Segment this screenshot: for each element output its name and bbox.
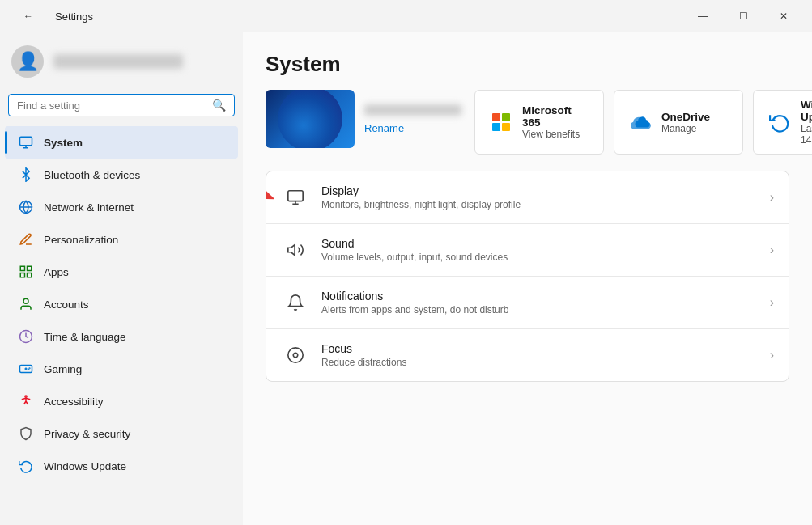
network-icon <box>18 199 34 215</box>
settings-item-sound[interactable]: Sound Volume levels, output, input, soun… <box>266 224 789 277</box>
sidebar-item-label-personalization: Personalization <box>44 234 118 246</box>
display-title: Display <box>321 184 770 197</box>
onedrive-title: OneDrive <box>661 111 710 123</box>
apps-icon <box>18 264 34 280</box>
svg-point-16 <box>25 396 27 397</box>
winupdate-text: Windows Update Last checked: 14 minutes … <box>801 99 812 146</box>
focus-chevron: › <box>770 348 774 362</box>
sidebar-item-privacy[interactable]: Privacy & security <box>5 417 238 450</box>
sidebar-item-label-update: Windows Update <box>44 460 126 472</box>
winupdate-title: Windows Update <box>801 99 812 123</box>
notifications-chevron: › <box>770 295 774 310</box>
sound-chevron: › <box>770 243 774 257</box>
sidebar: 👤 🔍 System <box>0 32 243 525</box>
personalization-icon <box>18 231 34 248</box>
settings-item-display[interactable]: Display Monitors, brightness, night ligh… <box>266 171 789 224</box>
settings-list: Display Monitors, brightness, night ligh… <box>266 171 789 382</box>
sidebar-item-label-apps: Apps <box>44 266 69 278</box>
svg-point-15 <box>28 369 29 370</box>
back-icon: ← <box>23 11 33 22</box>
device-name-area: Rename <box>364 104 461 134</box>
main-layout: 👤 🔍 System <box>0 32 812 525</box>
app-title: Settings <box>55 11 93 23</box>
notifications-desc: Alerts from apps and system, do not dist… <box>321 304 770 315</box>
search-icon: 🔍 <box>212 99 226 112</box>
sidebar-item-network[interactable]: Network & internet <box>5 191 238 223</box>
focus-text: Focus Reduce distractions <box>321 342 770 368</box>
notifications-icon <box>281 288 310 317</box>
focus-title: Focus <box>321 342 770 355</box>
user-profile[interactable]: 👤 <box>0 32 243 91</box>
sidebar-item-gaming[interactable]: Gaming <box>5 353 238 385</box>
system-icon <box>18 134 34 150</box>
svg-rect-0 <box>20 137 32 146</box>
sidebar-item-label-gaming: Gaming <box>44 363 82 375</box>
ms365-icon <box>488 109 514 135</box>
rename-link[interactable]: Rename <box>364 122 461 134</box>
device-thumbnail-design <box>278 90 342 148</box>
sound-title: Sound <box>321 237 770 250</box>
device-name-blur <box>364 104 461 116</box>
notifications-title: Notifications <box>321 290 770 303</box>
avatar-icon: 👤 <box>17 51 39 72</box>
sidebar-item-update[interactable]: Windows Update <box>5 450 238 482</box>
onedrive-card[interactable]: OneDrive Manage <box>614 90 743 155</box>
svg-rect-6 <box>28 266 32 270</box>
sidebar-item-label-network: Network & internet <box>44 201 134 214</box>
accounts-icon <box>18 296 34 312</box>
search-box[interactable]: 🔍 <box>8 94 235 116</box>
minimize-button[interactable]: — <box>684 3 721 29</box>
time-icon <box>18 328 34 345</box>
accessibility-icon <box>18 393 34 409</box>
device-card: Rename <box>266 90 461 148</box>
ms365-title: Microsoft 365 <box>522 104 590 129</box>
sidebar-item-label-privacy: Privacy & security <box>44 428 130 440</box>
sidebar-item-system[interactable]: System <box>5 126 238 159</box>
search-input[interactable] <box>17 99 207 112</box>
onedrive-text: OneDrive Manage <box>661 111 710 134</box>
sidebar-item-accessibility[interactable]: Accessibility <box>5 385 238 417</box>
svg-point-23 <box>293 353 298 358</box>
ms365-text: Microsoft 365 View benefits <box>522 104 590 140</box>
window-controls: — ☐ ✕ <box>684 3 802 29</box>
close-button[interactable]: ✕ <box>765 3 802 29</box>
device-thumbnail <box>266 90 355 148</box>
bluetooth-icon <box>18 167 34 183</box>
gaming-icon <box>18 361 34 377</box>
sidebar-item-label-system: System <box>44 137 83 149</box>
sound-icon <box>281 235 310 265</box>
ms365-card[interactable]: Microsoft 365 View benefits <box>474 90 604 155</box>
user-name <box>53 54 183 69</box>
page-title: System <box>266 52 789 77</box>
svg-point-22 <box>288 348 303 362</box>
sidebar-item-time[interactable]: Time & language <box>5 320 238 353</box>
sidebar-item-bluetooth[interactable]: Bluetooth & devices <box>5 159 238 191</box>
winupdate-icon <box>767 109 793 135</box>
settings-item-notifications[interactable]: Notifications Alerts from apps and syste… <box>266 277 789 329</box>
svg-point-14 <box>29 368 30 369</box>
sound-desc: Volume levels, output, input, sound devi… <box>321 252 770 263</box>
svg-rect-5 <box>20 266 24 270</box>
privacy-icon <box>18 426 34 442</box>
svg-rect-8 <box>20 273 24 277</box>
content-area: System Rename <box>243 32 812 525</box>
svg-point-9 <box>23 298 28 303</box>
winupdate-card[interactable]: Windows Update Last checked: 14 minutes … <box>753 90 812 155</box>
top-row: Rename Microsoft 365 <box>266 90 789 155</box>
sidebar-item-accounts[interactable]: Accounts <box>5 288 238 320</box>
back-button[interactable]: ← <box>10 3 47 29</box>
onedrive-subtitle: Manage <box>661 123 710 134</box>
search-container: 🔍 <box>0 91 243 126</box>
display-chevron: › <box>770 190 774 205</box>
avatar: 👤 <box>11 45 44 78</box>
svg-marker-21 <box>288 245 295 256</box>
focus-desc: Reduce distractions <box>321 357 770 368</box>
sidebar-item-apps[interactable]: Apps <box>5 256 238 288</box>
update-icon <box>18 458 34 474</box>
sidebar-item-label-time: Time & language <box>44 331 126 343</box>
sidebar-item-personalization[interactable]: Personalization <box>5 223 238 256</box>
maximize-button[interactable]: ☐ <box>725 3 762 29</box>
display-icon <box>281 183 310 212</box>
settings-item-focus[interactable]: Focus Reduce distractions › <box>266 329 789 381</box>
onedrive-icon <box>627 109 653 135</box>
